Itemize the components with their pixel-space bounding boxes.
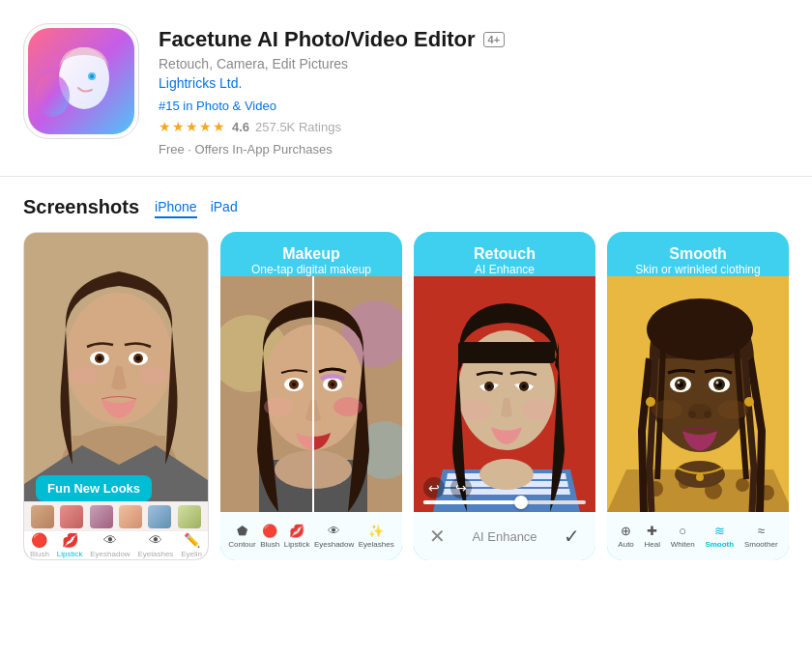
svg-point-65 [704, 411, 711, 418]
svg-point-43 [460, 398, 491, 421]
contour-tool[interactable]: ⬟ Contour [228, 524, 255, 549]
svg-point-54 [647, 299, 753, 360]
eyelashes-tool[interactable]: 👁 Eyelashes [137, 532, 173, 558]
screenshot-retouch[interactable]: Retouch AI Enhance [414, 232, 595, 560]
svg-point-4 [35, 74, 70, 117]
smooth-title: Smooth [607, 245, 789, 263]
screenshots-title: Screenshots [23, 196, 139, 218]
retouch-subtitle: AI Enhance [414, 263, 595, 276]
svg-rect-38 [458, 342, 555, 363]
smooth-tool[interactable]: ≋ Smooth [705, 524, 734, 549]
blush-tool[interactable]: 🔴 Blush [30, 532, 49, 558]
svg-point-62 [716, 382, 719, 384]
tab-iphone[interactable]: iPhone [155, 197, 197, 218]
svg-point-36 [479, 459, 534, 490]
whiten-tool[interactable]: ○ Whiten [671, 524, 695, 549]
stars: ★★★★★ [159, 119, 226, 134]
app-info: Facetune AI Photo/Video Editor 4+ Retouc… [159, 23, 789, 156]
lipstick-tool[interactable]: 💋 Lipstick [57, 532, 83, 558]
app-rank[interactable]: #15 in Photo & Video [159, 99, 789, 113]
eyelashes-tool-2[interactable]: ✨ Eyelashes [359, 524, 394, 549]
tab-ipad[interactable]: iPad [211, 197, 238, 218]
svg-point-42 [522, 384, 526, 388]
svg-point-14 [136, 356, 141, 361]
forward-arrow[interactable]: ↪ [450, 477, 472, 498]
svg-point-15 [71, 366, 98, 385]
makeup-title: Makeup [220, 245, 402, 263]
rating-row: ★★★★★ 4.6 257.5K Ratings [159, 119, 789, 134]
svg-point-28 [292, 383, 296, 386]
screenshots-grid: Fun New Looks 🔴 Blush 💋 Lipstick [23, 232, 789, 560]
screenshot-smooth[interactable]: Smooth Skin or wrinkled clothing [607, 232, 789, 560]
svg-point-3 [90, 74, 94, 78]
makeup-subtitle: One-tap digital makeup [220, 263, 402, 276]
age-badge: 4+ [483, 32, 506, 47]
app-icon [23, 23, 139, 139]
device-tabs: iPhone iPad [155, 197, 251, 218]
svg-point-33 [264, 397, 293, 416]
screenshots-section: Screenshots iPhone iPad [0, 177, 812, 560]
cancel-button[interactable]: ✕ [429, 525, 446, 548]
auto-tool[interactable]: ⊕ Auto [618, 524, 633, 549]
svg-point-44 [522, 398, 553, 421]
app-header: Facetune AI Photo/Video Editor 4+ Retouc… [0, 0, 812, 177]
heal-tool[interactable]: ✚ Heal [645, 524, 660, 549]
screenshot-makeup[interactable]: Makeup One-tap digital makeup [220, 232, 402, 560]
screenshot-fun-new-looks[interactable]: Fun New Looks 🔴 Blush 💋 Lipstick [23, 232, 209, 560]
svg-point-64 [688, 411, 696, 418]
eyeshadow-tool[interactable]: 👁 Eyeshadow [90, 532, 130, 558]
retouch-title: Retouch [414, 245, 595, 263]
rating-count: 257.5K Ratings [255, 120, 341, 134]
svg-point-69 [717, 400, 748, 419]
svg-point-34 [334, 397, 362, 416]
smooth-subtitle: Skin or wrinkled clothing [607, 263, 789, 276]
svg-point-52 [696, 473, 704, 481]
smoother-tool[interactable]: ≈ Smoother [744, 524, 778, 549]
fun-new-looks-badge: Fun New Looks [36, 475, 152, 501]
rating-number: 4.6 [232, 120, 249, 134]
svg-point-58 [678, 382, 681, 384]
svg-point-16 [140, 366, 167, 385]
lipstick-tool-2[interactable]: 💋 Lipstick [284, 524, 310, 549]
blush-tool-2[interactable]: 🔴 Blush [260, 524, 279, 549]
screenshots-header: Screenshots iPhone iPad [23, 196, 789, 218]
svg-point-68 [652, 400, 682, 419]
svg-point-31 [331, 383, 334, 386]
back-arrow[interactable]: ↩ [423, 477, 445, 498]
confirm-button[interactable]: ✓ [564, 525, 580, 548]
svg-point-49 [736, 478, 749, 492]
ai-enhance-label: AI Enhance [472, 529, 536, 544]
eyeliner-tool[interactable]: ✏️ Eyelin [181, 532, 202, 558]
app-subtitle: Retouch, Camera, Edit Pictures [159, 56, 789, 71]
app-title: Facetune AI Photo/Video Editor [159, 27, 476, 52]
price-row[interactable]: Free · Offers In-App Purchases [159, 142, 789, 156]
svg-point-40 [487, 384, 491, 388]
eyeshadow-tool-2[interactable]: 👁 Eyeshadow [314, 524, 354, 549]
svg-point-11 [98, 356, 102, 361]
app-developer[interactable]: Lightricks Ltd. [159, 75, 789, 91]
